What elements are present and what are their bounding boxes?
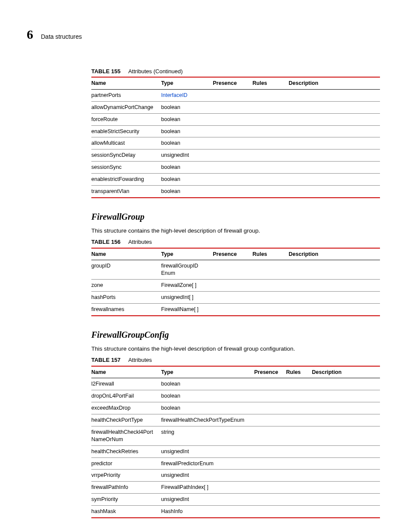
cell-type: boolean [161, 125, 213, 137]
cell-rules [286, 494, 312, 506]
cell-presence [213, 185, 252, 197]
table-row: allowMulticastboolean [91, 137, 380, 149]
table-row: forceRouteboolean [91, 113, 380, 125]
cell-rules [252, 292, 289, 304]
col-presence: Presence [213, 77, 252, 89]
cell-rules [252, 260, 289, 280]
table-row: predictorfirewallPredictorEnum [91, 457, 380, 470]
cell-name: forceRoute [91, 113, 161, 125]
cell-type: firewallPredictorEnum [161, 457, 254, 470]
cell-name: symPriority [91, 494, 161, 506]
cell-presence [213, 174, 252, 186]
table-row: healthCheckRetriesunsignedInt [91, 445, 380, 457]
cell-presence [254, 457, 286, 470]
chapter-number: 6 [27, 26, 33, 44]
cell-presence [254, 390, 286, 402]
col-description: Description [289, 248, 380, 260]
table-156: Name Type Presence Rules Description gro… [91, 248, 380, 316]
cell-rules [286, 378, 312, 390]
cell-type: HashInfo [161, 506, 254, 518]
table-row: enablestrictFowardingboolean [91, 174, 380, 186]
table-156-caption: TABLE 156Attributes [91, 238, 380, 246]
cell-type: boolean [161, 174, 213, 186]
cell-name: transparentVlan [91, 185, 161, 197]
cell-rules [286, 426, 312, 445]
cell-name: partnerPorts [91, 89, 161, 101]
table-row: enableStrictSecurityboolean [91, 125, 380, 137]
cell-name: firewallHealthCheckl4Port NameOrNum [91, 426, 161, 445]
cell-description [289, 149, 380, 162]
cell-description [312, 390, 380, 402]
cell-type: boolean [161, 162, 213, 174]
cell-presence [213, 149, 252, 162]
cell-name: vrrpePriority [91, 470, 161, 482]
cell-description [289, 125, 380, 137]
table-header-row: Name Type Presence Rules Description [91, 77, 380, 89]
cell-type: unsignedInt [161, 149, 213, 162]
cell-rules [286, 445, 312, 457]
cell-description [312, 426, 380, 445]
cell-type: unsignedInt [161, 494, 254, 506]
cell-name: firewallPathInfo [91, 482, 161, 494]
col-type: Type [161, 366, 254, 378]
cell-presence [213, 101, 252, 113]
cell-description [289, 101, 380, 113]
table-156-subcaption: Attributes [128, 239, 152, 245]
cell-type: unsignedInt[ ] [161, 292, 213, 304]
cell-presence [254, 494, 286, 506]
table-157: Name Type Presence Rules Description l2F… [91, 366, 380, 518]
table-157-caption: TABLE 157Attributes [91, 356, 380, 364]
col-description: Description [312, 366, 380, 378]
cell-presence [254, 445, 286, 457]
cell-description [289, 185, 380, 197]
cell-rules [252, 125, 289, 137]
cell-name: sessionSync [91, 162, 161, 174]
table-row: firewallPathInfoFirewallPathIndex[ ] [91, 482, 380, 494]
table-row: hashPortsunsignedInt[ ] [91, 292, 380, 304]
table-row: hashMaskHashInfo [91, 506, 380, 518]
col-type: Type [161, 248, 213, 260]
table-row: sessionSyncboolean [91, 162, 380, 174]
cell-type: FirewallPathIndex[ ] [161, 482, 254, 494]
cell-type: FirewallZone[ ] [161, 280, 213, 292]
cell-presence [254, 470, 286, 482]
table-156-label: TABLE 156 [91, 239, 121, 245]
table-row: vrrpePriorityunsignedInt [91, 470, 380, 482]
cell-type: boolean [161, 402, 254, 414]
col-rules: Rules [252, 248, 289, 260]
text-firewallgroup: This structure contains the high-level d… [91, 227, 380, 235]
cell-type[interactable]: InterfaceID [161, 89, 213, 101]
table-155: Name Type Presence Rules Description par… [91, 77, 380, 198]
cell-rules [286, 457, 312, 470]
cell-rules [252, 113, 289, 125]
cell-name: zone [91, 280, 161, 292]
cell-type: boolean [161, 113, 213, 125]
cell-presence [254, 402, 286, 414]
cell-type: boolean [161, 101, 213, 113]
cell-rules [252, 185, 289, 197]
cell-description [289, 174, 380, 186]
cell-name: enablestrictFowarding [91, 174, 161, 186]
cell-description [289, 113, 380, 125]
text-firewallgroupconfig: This structure contains the high-level d… [91, 345, 380, 353]
col-name: Name [91, 77, 161, 89]
table-157-label: TABLE 157 [91, 357, 121, 363]
chapter-title: Data structures [41, 33, 82, 41]
table-row: exceedMaxDropboolean [91, 402, 380, 414]
cell-description [312, 457, 380, 470]
cell-presence [213, 292, 252, 304]
cell-name: hashPorts [91, 292, 161, 304]
table-row: partnerPortsInterfaceID [91, 89, 380, 101]
cell-presence [213, 162, 252, 174]
table-155-caption: TABLE 155Attributes (Continued) [91, 68, 380, 75]
cell-rules [286, 402, 312, 414]
table-header-row: Name Type Presence Rules Description [91, 248, 380, 260]
col-rules: Rules [252, 77, 289, 89]
cell-rules [286, 414, 312, 426]
table-157-subcaption: Attributes [128, 357, 152, 363]
table-row: l2Firewallboolean [91, 378, 380, 390]
cell-name: exceedMaxDrop [91, 402, 161, 414]
col-name: Name [91, 248, 161, 260]
cell-name: enableStrictSecurity [91, 125, 161, 137]
table-row: dropOnL4PortFailboolean [91, 390, 380, 402]
